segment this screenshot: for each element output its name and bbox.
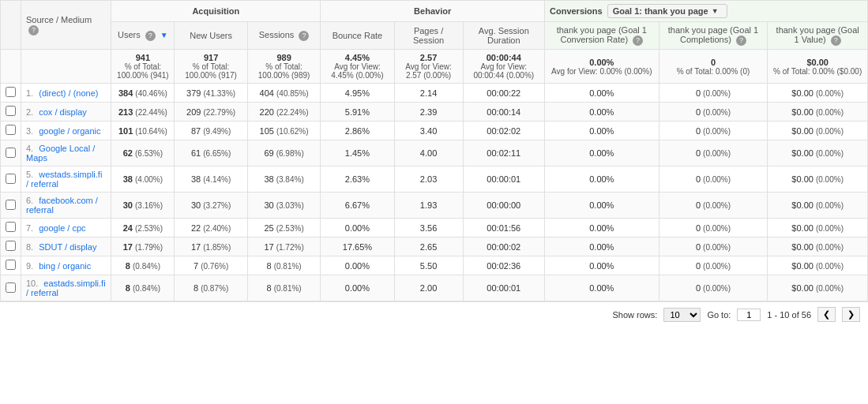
row-avg-cell: 00:00:00 <box>463 193 544 219</box>
row-users-cell: 384 (40.46%) <box>111 84 175 103</box>
row-checkbox[interactable] <box>6 125 16 135</box>
prev-page-button[interactable]: ❮ <box>817 307 836 322</box>
conversions-group-header: Conversions Goal 1: thank you page ▼ <box>545 1 868 22</box>
totals-bounce-cell: 4.45% Avg for View: 4.45% (0.00%) <box>321 50 394 84</box>
source-medium-help-icon[interactable]: ? <box>28 25 39 36</box>
row-avg-cell: 00:02:11 <box>463 140 544 166</box>
users-help-icon[interactable]: ? <box>145 31 156 41</box>
row-checkbox[interactable] <box>6 87 16 97</box>
goal1-comp-help-icon[interactable]: ? <box>736 36 746 46</box>
row-sessions-cell: 17 (1.72%) <box>247 238 320 256</box>
row-goal1-val-cell: $0.00 (0.00%) <box>768 275 868 301</box>
row-source-cell: 4. Google Local / Maps <box>21 140 111 166</box>
source-link[interactable]: cox / display <box>39 107 87 117</box>
row-checkbox-cell <box>1 219 21 238</box>
row-goal1-conv-cell: 0.00% <box>545 140 659 166</box>
row-pages-cell: 3.40 <box>394 122 463 140</box>
row-bounce-cell: 0.00% <box>321 256 394 275</box>
row-goal1-conv-cell: 0.00% <box>545 238 659 256</box>
row-bounce-cell: 2.63% <box>321 166 394 193</box>
table-row: 3. google / organic 101 (10.64%) 87 (9.4… <box>1 122 868 140</box>
next-page-button[interactable]: ❯ <box>842 307 860 322</box>
row-source-cell: 9. bing / organic <box>21 256 111 275</box>
source-link[interactable]: Google Local / Maps <box>26 144 95 163</box>
table-row: 1. (direct) / (none) 384 (40.46%) 379 (4… <box>1 84 868 103</box>
row-goal1-val-cell: $0.00 (0.00%) <box>768 122 868 140</box>
row-goal1-conv-cell: 0.00% <box>545 275 659 301</box>
row-sessions-cell: 8 (0.81%) <box>247 275 320 301</box>
row-checkbox-cell <box>1 193 21 219</box>
table-row: 7. google / cpc 24 (2.53%) 22 (2.40%) 25… <box>1 219 868 238</box>
row-goal1-val-cell: $0.00 (0.00%) <box>768 140 868 166</box>
sessions-help-icon[interactable]: ? <box>299 31 309 41</box>
new-users-col-header: New Users <box>175 22 247 50</box>
row-bounce-cell: 2.86% <box>321 122 394 140</box>
page-range: 1 - 10 of 56 <box>767 310 811 320</box>
row-pages-cell: 2.03 <box>394 166 463 193</box>
row-number: 6. <box>26 196 33 205</box>
row-source-cell: 2. cox / display <box>21 103 111 122</box>
row-avg-cell: 00:01:56 <box>463 219 544 238</box>
row-checkbox[interactable] <box>6 282 16 293</box>
row-source-cell: 10. eastads.simpli.fi / referral <box>21 275 111 301</box>
row-avg-cell: 00:00:02 <box>463 238 544 256</box>
source-link[interactable]: google / cpc <box>39 223 85 233</box>
source-link[interactable]: google / organic <box>39 126 100 136</box>
row-users-cell: 8 (0.84%) <box>111 256 175 275</box>
row-checkbox[interactable] <box>6 222 16 232</box>
row-goal1-comp-cell: 0 (0.00%) <box>659 193 768 219</box>
row-checkbox[interactable] <box>6 148 16 158</box>
row-sessions-cell: 25 (2.53%) <box>247 219 320 238</box>
source-link[interactable]: westads.simpli.fi / referral <box>26 170 102 189</box>
source-link[interactable]: facebook.com / referral <box>26 196 98 215</box>
row-checkbox[interactable] <box>6 241 16 251</box>
analytics-table-container: Source / Medium ? Acquisition Behavior C… <box>0 0 868 327</box>
row-checkbox-cell <box>1 275 21 301</box>
row-number: 5. <box>26 170 33 179</box>
row-goal1-comp-cell: 0 (0.00%) <box>659 238 768 256</box>
row-checkbox[interactable] <box>6 106 16 116</box>
row-checkbox-cell <box>1 238 21 256</box>
row-pages-cell: 1.93 <box>394 193 463 219</box>
bounce-rate-col-header: Bounce Rate <box>321 22 394 50</box>
goto-input[interactable] <box>737 309 761 321</box>
row-new-users-cell: 30 (3.27%) <box>175 193 247 219</box>
row-users-cell: 101 (10.64%) <box>111 122 175 140</box>
row-goal1-conv-cell: 0.00% <box>545 166 659 193</box>
row-users-cell: 17 (1.79%) <box>111 238 175 256</box>
row-checkbox[interactable] <box>6 174 16 184</box>
totals-goal1-comp-cell: 0 % of Total: 0.00% (0) <box>659 50 768 84</box>
row-goal1-val-cell: $0.00 (0.00%) <box>768 84 868 103</box>
totals-source-cell <box>21 50 111 84</box>
pages-session-col-header: Pages / Session <box>394 22 463 50</box>
row-checkbox-cell <box>1 166 21 193</box>
goal1-conv-help-icon[interactable]: ? <box>633 36 643 46</box>
table-row: 9. bing / organic 8 (0.84%) 7 (0.76%) 8 … <box>1 256 868 275</box>
row-users-cell: 30 (3.16%) <box>111 193 175 219</box>
source-link[interactable]: (direct) / (none) <box>39 88 98 98</box>
row-pages-cell: 2.00 <box>394 275 463 301</box>
avg-session-col-header: Avg. Session Duration <box>463 22 544 50</box>
show-rows-label: Show rows: <box>613 310 658 320</box>
row-avg-cell: 00:00:01 <box>463 166 544 193</box>
row-source-cell: 7. google / cpc <box>21 219 111 238</box>
totals-users-cell: 941 % of Total: 100.00% (941) <box>111 50 175 84</box>
row-new-users-cell: 38 (4.14%) <box>175 166 247 193</box>
row-goal1-val-cell: $0.00 (0.00%) <box>768 238 868 256</box>
source-link[interactable]: eastads.simpli.fi / referral <box>26 279 106 297</box>
row-goal1-val-cell: $0.00 (0.00%) <box>768 219 868 238</box>
row-goal1-conv-cell: 0.00% <box>545 103 659 122</box>
source-link[interactable]: bing / organic <box>39 261 91 271</box>
show-rows-select[interactable]: 10 25 50 100 500 <box>663 308 701 322</box>
row-number: 9. <box>26 261 33 271</box>
row-number: 4. <box>26 144 33 153</box>
goal1-val-help-icon[interactable]: ? <box>831 36 841 46</box>
totals-pages-cell: 2.57 Avg for View: 2.57 (0.00%) <box>394 50 463 84</box>
totals-checkbox-cell <box>1 50 21 84</box>
row-checkbox[interactable] <box>6 200 16 210</box>
row-goal1-val-cell: $0.00 (0.00%) <box>768 103 868 122</box>
users-sort-icon[interactable]: ▼ <box>160 31 168 39</box>
source-link[interactable]: SDUT / display <box>39 242 96 252</box>
goal-selector[interactable]: Goal 1: thank you page ▼ <box>607 4 727 18</box>
row-checkbox[interactable] <box>6 260 16 270</box>
